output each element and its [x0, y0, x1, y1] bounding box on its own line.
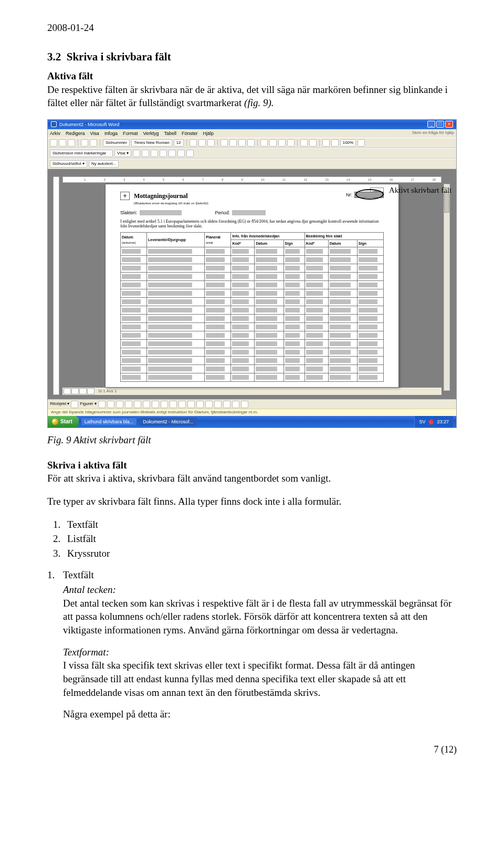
- tb-reject-icon[interactable]: [160, 150, 167, 157]
- table-cell[interactable]: [255, 273, 284, 281]
- menu-tabell[interactable]: Tabell: [164, 130, 176, 137]
- rect-icon[interactable]: [116, 401, 123, 408]
- table-cell[interactable]: [284, 373, 304, 382]
- tb-outdent-icon[interactable]: [278, 139, 286, 147]
- menu-fonster[interactable]: Fönster: [182, 130, 198, 137]
- table-cell[interactable]: [255, 306, 284, 315]
- table-cell[interactable]: [357, 340, 383, 348]
- table-cell[interactable]: [328, 331, 357, 340]
- table-cell[interactable]: [328, 298, 357, 306]
- table-cell[interactable]: [121, 315, 147, 323]
- table-cell[interactable]: [304, 348, 328, 357]
- wordart-icon[interactable]: [143, 401, 150, 408]
- minimize-button[interactable]: _: [427, 121, 435, 128]
- table-cell[interactable]: [357, 281, 383, 289]
- table-cell[interactable]: [147, 298, 205, 306]
- table-cell[interactable]: [147, 306, 205, 315]
- close-button[interactable]: ×: [445, 121, 453, 128]
- style-dropdown[interactable]: Sidnummer: [103, 139, 130, 147]
- table-cell[interactable]: [304, 256, 328, 264]
- table-cell[interactable]: [357, 264, 383, 273]
- table-cell[interactable]: [205, 264, 231, 273]
- threed-icon[interactable]: [241, 401, 248, 408]
- table-cell[interactable]: [304, 331, 328, 340]
- table-cell[interactable]: [284, 247, 304, 256]
- table-cell[interactable]: [121, 264, 147, 273]
- table-cell[interactable]: [255, 365, 284, 373]
- table-cell[interactable]: [205, 281, 231, 289]
- tb-help-icon[interactable]: [358, 139, 365, 147]
- table-cell[interactable]: [255, 323, 284, 331]
- menu-format[interactable]: Format: [123, 130, 138, 137]
- table-cell[interactable]: [121, 340, 147, 348]
- fontsize-dropdown[interactable]: 12: [174, 139, 184, 147]
- table-cell[interactable]: [205, 340, 231, 348]
- markup-dropdown[interactable]: Slutversion med markeringar: [50, 150, 113, 157]
- view-web-icon[interactable]: [71, 388, 79, 394]
- table-cell[interactable]: [328, 373, 357, 382]
- table-cell[interactable]: [357, 331, 383, 340]
- period-field[interactable]: [232, 210, 266, 215]
- table-cell[interactable]: [255, 298, 284, 306]
- table-cell[interactable]: [304, 264, 328, 273]
- tb-numbering-icon[interactable]: [269, 139, 277, 147]
- table-cell[interactable]: [121, 357, 147, 365]
- tb-word-icon[interactable]: [331, 139, 339, 147]
- table-cell[interactable]: [255, 264, 284, 273]
- shapes-menu[interactable]: Figurer ▾: [80, 401, 97, 407]
- table-cell[interactable]: [231, 340, 255, 348]
- table-cell[interactable]: [231, 348, 255, 357]
- table-cell[interactable]: [304, 373, 328, 382]
- menu-verktyg[interactable]: Verktyg: [143, 130, 159, 137]
- tb-next-change-icon[interactable]: [142, 150, 149, 157]
- table-cell[interactable]: [205, 247, 231, 256]
- horizontal-ruler[interactable]: 123456789101112131415161718: [62, 176, 442, 183]
- table-cell[interactable]: [284, 348, 304, 357]
- table-cell[interactable]: [357, 348, 383, 357]
- table-cell[interactable]: [121, 331, 147, 340]
- table-cell[interactable]: [231, 323, 255, 331]
- tb-print-icon[interactable]: [81, 139, 88, 147]
- table-cell[interactable]: [304, 323, 328, 331]
- table-cell[interactable]: [231, 306, 255, 315]
- maximize-button[interactable]: □: [436, 121, 444, 128]
- table-cell[interactable]: [255, 289, 284, 298]
- view-normal-icon[interactable]: [64, 388, 71, 394]
- table-cell[interactable]: [357, 273, 383, 281]
- table-cell[interactable]: [205, 348, 231, 357]
- table-cell[interactable]: [121, 298, 147, 306]
- tb-italic-icon[interactable]: [198, 139, 206, 147]
- table-cell[interactable]: [328, 348, 357, 357]
- tb-highlight-icon[interactable]: [300, 139, 308, 147]
- tb-track-icon[interactable]: [177, 150, 185, 157]
- tb-bold-icon[interactable]: [190, 139, 197, 147]
- select-icon[interactable]: [71, 401, 78, 408]
- table-cell[interactable]: [147, 273, 205, 281]
- table-cell[interactable]: [357, 373, 383, 382]
- menu-hjalp[interactable]: Hjälp: [203, 130, 214, 137]
- show-dropdown[interactable]: Visa ▾: [114, 150, 131, 157]
- picture-icon[interactable]: [170, 401, 177, 408]
- headerfooter-dropdown[interactable]: Sidhuvud/sidfot ▾: [50, 160, 87, 168]
- vertical-scrollbar[interactable]: [444, 184, 450, 391]
- table-cell[interactable]: [255, 357, 284, 365]
- table-cell[interactable]: [147, 264, 205, 273]
- table-cell[interactable]: [328, 264, 357, 273]
- table-cell[interactable]: [328, 306, 357, 315]
- table-cell[interactable]: [357, 256, 383, 264]
- table-cell[interactable]: [328, 273, 357, 281]
- table-cell[interactable]: [328, 323, 357, 331]
- tb-justify-icon[interactable]: [247, 139, 255, 147]
- slakteri-field[interactable]: [140, 210, 182, 215]
- clipart-icon[interactable]: [161, 401, 168, 408]
- table-cell[interactable]: [121, 323, 147, 331]
- fontcolor2-icon[interactable]: [196, 401, 204, 408]
- table-cell[interactable]: [121, 289, 147, 298]
- table-cell[interactable]: [357, 298, 383, 306]
- table-cell[interactable]: [328, 357, 357, 365]
- taskbar-item-2[interactable]: Dokument2 - Microsof...: [139, 418, 197, 426]
- table-cell[interactable]: [304, 340, 328, 348]
- table-cell[interactable]: [147, 247, 205, 256]
- table-cell[interactable]: [121, 281, 147, 289]
- table-cell[interactable]: [255, 331, 284, 340]
